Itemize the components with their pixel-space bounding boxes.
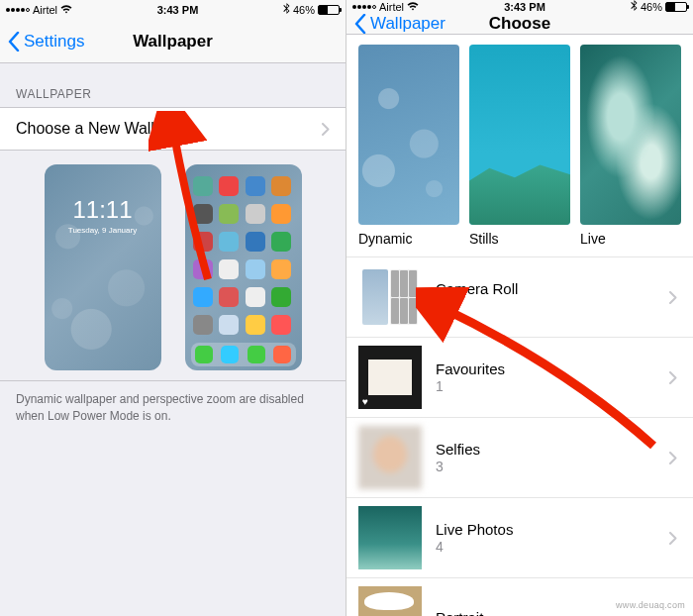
tile-label: Dynamic bbox=[358, 231, 459, 247]
album-thumb bbox=[358, 506, 422, 569]
album-thumb bbox=[358, 586, 422, 616]
battery-pct: 46% bbox=[293, 4, 315, 16]
chevron-left-icon bbox=[354, 14, 366, 34]
status-time: 3:43 PM bbox=[157, 4, 199, 16]
chevron-right-icon bbox=[669, 532, 677, 545]
nav-bar: Wallpaper Choose bbox=[346, 14, 693, 35]
footer-text: Dynamic wallpaper and perspective zoom a… bbox=[0, 381, 346, 616]
carrier-label: Airtel bbox=[379, 1, 404, 13]
signal-icon bbox=[6, 8, 30, 12]
left-screen: Airtel 3:43 PM 46% Settings Wallpaper WA bbox=[0, 0, 346, 616]
album-count: 4 bbox=[436, 539, 655, 555]
back-button[interactable]: Wallpaper bbox=[354, 14, 446, 34]
watermark: www.deuaq.com bbox=[616, 600, 685, 610]
status-time: 3:43 PM bbox=[504, 1, 545, 13]
tile-dynamic[interactable]: Dynamic bbox=[358, 45, 459, 247]
chevron-right-icon bbox=[669, 291, 677, 304]
tile-stills[interactable]: Stills bbox=[469, 45, 570, 247]
signal-icon bbox=[352, 5, 376, 9]
nav-title: Choose bbox=[489, 14, 550, 34]
lock-time: 11:11 Tuesday, 9 January bbox=[45, 196, 161, 235]
album-name: Live Photos bbox=[436, 521, 655, 538]
back-button[interactable]: Settings bbox=[8, 32, 84, 51]
back-label: Settings bbox=[24, 32, 84, 51]
bluetooth-icon bbox=[283, 3, 290, 17]
album-thumb bbox=[358, 426, 422, 489]
chevron-left-icon bbox=[8, 32, 20, 51]
wallpaper-type-tiles: Dynamic Stills Live bbox=[346, 35, 693, 253]
status-bar: Airtel 3:43 PM 46% bbox=[346, 0, 693, 14]
nav-title: Wallpaper bbox=[133, 32, 213, 51]
album-thumb bbox=[358, 346, 422, 409]
lockscreen-preview[interactable]: 11:11 Tuesday, 9 January bbox=[45, 164, 161, 370]
nav-bar: Settings Wallpaper bbox=[0, 20, 346, 63]
status-bar: Airtel 3:43 PM 46% bbox=[0, 0, 346, 20]
battery-pct: 46% bbox=[641, 1, 662, 13]
bluetooth-icon bbox=[631, 0, 638, 14]
section-header: WALLPAPER bbox=[0, 63, 346, 107]
wifi-icon bbox=[407, 1, 419, 13]
battery-icon bbox=[318, 5, 340, 15]
tile-label: Live bbox=[580, 231, 681, 247]
annotation-arrow bbox=[148, 111, 228, 289]
back-label: Wallpaper bbox=[370, 14, 446, 34]
album-thumb bbox=[358, 265, 422, 329]
carrier-label: Airtel bbox=[33, 4, 57, 16]
wifi-icon bbox=[60, 4, 72, 16]
battery-icon bbox=[665, 2, 687, 12]
chevron-right-icon bbox=[669, 371, 677, 384]
right-screen: Airtel 3:43 PM 46% Wallpaper Choose bbox=[346, 0, 693, 616]
chevron-right-icon bbox=[322, 123, 330, 136]
chevron-right-icon bbox=[669, 452, 677, 464]
album-portrait[interactable]: Portrait bbox=[346, 578, 693, 616]
tile-live[interactable]: Live bbox=[580, 45, 681, 247]
album-name: Portrait bbox=[436, 609, 677, 616]
annotation-arrow bbox=[416, 287, 663, 465]
tile-label: Stills bbox=[469, 231, 570, 247]
album-live-photos[interactable]: Live Photos 4 bbox=[346, 498, 693, 578]
